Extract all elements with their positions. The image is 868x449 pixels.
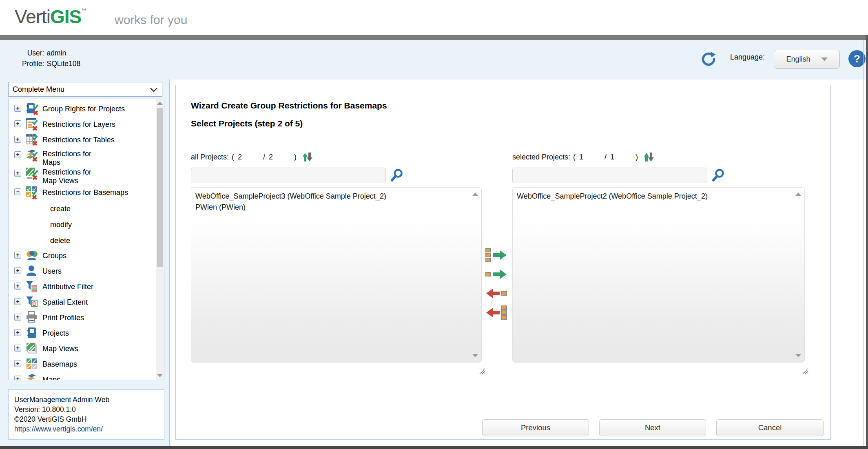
tree-item-basemaps[interactable]: + Basemaps [14, 357, 155, 372]
right-border-line [863, 40, 864, 446]
tree-item-groups[interactable]: + Groups [14, 248, 155, 264]
expander-icon[interactable]: + [14, 298, 21, 305]
refresh-icon[interactable] [700, 51, 716, 67]
all-projects-count: 2 [234, 153, 263, 161]
sidebar: Complete Menu + Group Rights for Project… [0, 80, 169, 446]
expander-icon[interactable]: + [14, 345, 21, 352]
profile-label: Profile: [22, 60, 44, 68]
tree-item-restrictions-for-tables[interactable]: + Restrictions for Tables [14, 133, 155, 148]
scrollbar-thumb[interactable] [157, 108, 163, 267]
selected-projects-search-input[interactable] [512, 168, 707, 183]
expander-icon[interactable]: + [14, 267, 21, 274]
expander-icon[interactable]: + [14, 105, 21, 112]
window-bottom-edge [0, 446, 868, 449]
chevron-down-icon [150, 86, 158, 93]
vertigis-logo: VertiGIS™ [15, 6, 86, 28]
collapse-icon[interactable]: − [14, 188, 21, 195]
resize-grip-icon[interactable] [801, 367, 809, 375]
list-item[interactable]: PWien (PWien) [195, 202, 469, 213]
vertigis-link[interactable]: https://www.vertigis.com/en/ [14, 425, 103, 433]
all-projects-list[interactable]: WebOffice_SampleProject3 (WebOffice Samp… [191, 187, 482, 363]
previous-button[interactable]: Previous [482, 419, 589, 436]
user-label: User: [22, 49, 44, 58]
tree-item-delete[interactable]: delete [14, 232, 155, 248]
tree-item-restrictions-for-map-views[interactable]: + Restrictions for Map Views [14, 166, 155, 185]
expander-icon[interactable]: + [14, 252, 21, 259]
tree-item-users[interactable]: + Users [14, 264, 155, 279]
move-right-button[interactable] [485, 267, 508, 282]
list-item[interactable]: WebOffice_SampleProject3 (WebOffice Samp… [195, 191, 469, 202]
spatial-extent-icon [25, 295, 39, 309]
map-views-icon [25, 342, 39, 356]
tree-item-restrictions-for-layers[interactable]: + Restrictions for Layers [14, 117, 155, 133]
move-all-right-button[interactable] [485, 248, 508, 263]
sort-icon[interactable] [641, 151, 655, 163]
resize-grip-icon[interactable] [478, 367, 486, 375]
all-projects-header: all Projects: ( 2 / 2 ) [191, 151, 314, 163]
list-item[interactable]: WebOffice_SampleProject2 (WebOffice Samp… [517, 191, 792, 202]
tree-scrollbar[interactable] [156, 99, 164, 380]
tree-item-group-rights-for-projects[interactable]: + Group Rights for Projects [14, 102, 155, 117]
basemaps-icon [25, 357, 39, 371]
tree-item-modify[interactable]: modify [14, 217, 155, 232]
move-left-button[interactable] [485, 286, 508, 301]
users-icon [25, 264, 39, 278]
selected-projects-list[interactable]: WebOffice_SampleProject2 (WebOffice Samp… [512, 187, 805, 363]
selected-projects-header: selected Projects: ( 1 / 1 ) [512, 151, 655, 163]
expander-icon[interactable]: + [14, 283, 21, 290]
wizard-panel: Wizard Create Group Restrictions for Bas… [175, 85, 831, 440]
tree-item-projects[interactable]: + Projects [14, 326, 155, 341]
tree-item-maps[interactable]: + Maps [14, 372, 155, 380]
app-header: VertiGIS™ works for you [0, 0, 868, 35]
user-value: admin [46, 49, 80, 58]
projects-icon [25, 326, 39, 340]
sort-icon[interactable] [300, 151, 314, 163]
tree-item-print-profiles[interactable]: + Print Profiles [14, 310, 155, 326]
chevron-down-icon [821, 58, 828, 61]
restrictions-map-views-icon [25, 167, 39, 181]
top-bar: User: admin Profile: SQLite108 Language:… [0, 40, 868, 80]
all-projects-search-input[interactable] [191, 168, 386, 183]
tree-item-restrictions-for-basemaps[interactable]: − Restrictions for Basemaps [14, 185, 155, 201]
attributive-filter-icon [25, 280, 39, 294]
expander-icon[interactable]: + [14, 136, 21, 143]
about-copyright: ©2020 VertiGIS GmbH [14, 414, 158, 424]
selected-projects-count: 1 [576, 153, 604, 161]
all-projects-label: all Projects: [191, 153, 229, 161]
menu-select[interactable]: Complete Menu [8, 82, 162, 97]
next-button[interactable]: Next [599, 419, 706, 436]
cancel-button[interactable]: Cancel [716, 419, 824, 436]
header-divider [0, 35, 868, 40]
expander-icon[interactable]: + [14, 329, 21, 336]
sidebar-separator [169, 80, 170, 446]
tree-item-map-views[interactable]: + Map Views [14, 341, 155, 357]
user-info: User: admin Profile: SQLite108 [22, 49, 80, 68]
expander-icon[interactable]: + [14, 376, 21, 380]
tree-item-spatial-extent[interactable]: + Spatial Extent [14, 295, 155, 310]
expander-icon[interactable]: + [14, 170, 21, 177]
print-profiles-icon [25, 311, 39, 325]
tree-item-attributive-filter[interactable]: + Attributive Filter [14, 279, 155, 295]
scroll-up-icon[interactable] [795, 192, 801, 196]
expander-icon[interactable]: + [14, 120, 21, 127]
profile-value: SQLite108 [46, 60, 80, 68]
about-box: UserManagement Admin Web Version: 10.800… [8, 389, 164, 440]
expander-icon[interactable]: + [14, 360, 21, 367]
scroll-down-icon[interactable] [472, 354, 478, 357]
scroll-up-icon[interactable] [472, 192, 478, 196]
search-icon[interactable] [390, 168, 404, 185]
move-all-left-button[interactable] [485, 305, 508, 321]
tree-item-create[interactable]: create [14, 201, 155, 217]
search-icon[interactable] [711, 168, 725, 185]
transfer-controls [485, 248, 508, 321]
expander-icon[interactable]: + [14, 314, 21, 321]
restrictions-layers-icon [25, 117, 39, 131]
tree-item-restrictions-for-maps[interactable]: + Restrictions for Maps [14, 148, 155, 166]
scroll-down-icon[interactable] [157, 374, 163, 377]
scroll-up-icon[interactable] [157, 102, 163, 105]
groups-icon [25, 249, 39, 263]
expander-icon[interactable]: + [14, 151, 21, 158]
language-select[interactable]: English [774, 50, 840, 69]
selected-projects-total: 1 [607, 153, 636, 161]
scroll-down-icon[interactable] [795, 354, 801, 357]
